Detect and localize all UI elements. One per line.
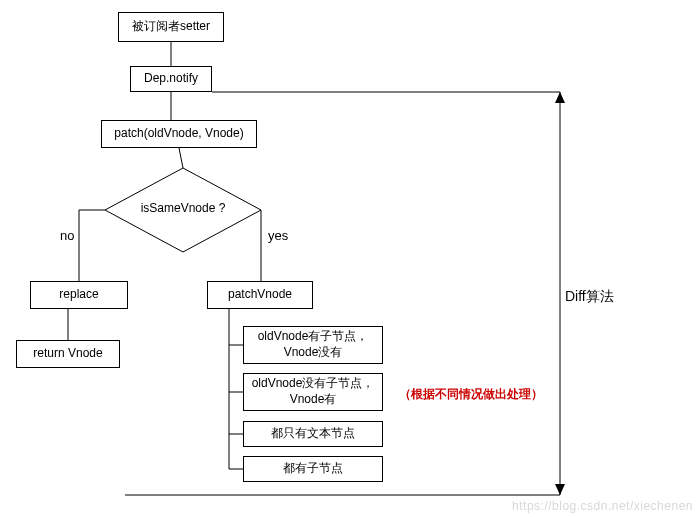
edge-no-label: no (60, 228, 74, 243)
node-case-2: oldVnode没有子节点，Vnode有 (243, 373, 383, 411)
node-replace: replace (30, 281, 128, 309)
node-patch: patch(oldVnode, Vnode) (101, 120, 257, 148)
annotation-diff: Diff算法 (565, 288, 614, 306)
node-case-4: 都有子节点 (243, 456, 383, 482)
node-setter: 被订阅者setter (118, 12, 224, 42)
watermark: https://blog.csdn.net/xiechenen (512, 499, 693, 513)
node-dep-notify: Dep.notify (130, 66, 212, 92)
node-return-vnode: return Vnode (16, 340, 120, 368)
svg-marker-17 (555, 484, 565, 495)
annotation-note: （根据不同情况做出处理） (399, 386, 543, 403)
decision-label: isSameVnode ? (123, 201, 243, 215)
edge-yes-label: yes (268, 228, 288, 243)
node-case-3: 都只有文本节点 (243, 421, 383, 447)
node-patch-vnode: patchVnode (207, 281, 313, 309)
svg-marker-16 (555, 92, 565, 103)
node-case-1: oldVnode有子节点，Vnode没有 (243, 326, 383, 364)
svg-line-3 (179, 148, 183, 168)
